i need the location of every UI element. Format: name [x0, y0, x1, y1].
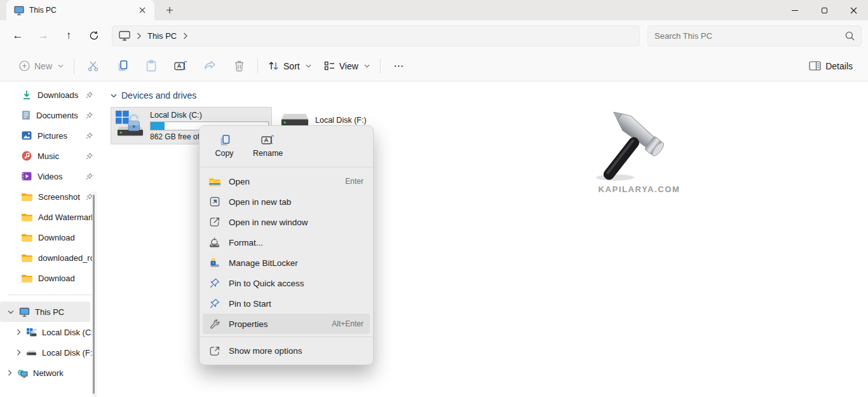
chevron-right-icon[interactable]: [17, 349, 21, 356]
sidebar-item-pictures[interactable]: Pictures: [0, 125, 102, 146]
menu-item-label: Open in new tab: [229, 197, 355, 207]
maximize-button[interactable]: [810, 0, 839, 20]
minimize-icon: [792, 10, 798, 11]
refresh-button[interactable]: [81, 24, 107, 47]
trash-icon: [234, 60, 245, 72]
context-copy-button[interactable]: Copy: [211, 132, 238, 160]
menu-item-open-in-new-window[interactable]: Open in new window: [203, 212, 370, 232]
cut-button[interactable]: [78, 55, 107, 78]
group-header-devices-and-drives[interactable]: Devices and drives: [111, 88, 868, 102]
open-new-tab-icon: [208, 197, 220, 207]
sidebar-item-downloads[interactable]: Downloads: [0, 85, 102, 105]
pin-icon: [86, 153, 93, 160]
forward-button[interactable]: →: [31, 24, 56, 47]
open-new-window-icon: [208, 217, 220, 227]
toolbar-separator: [257, 59, 258, 74]
address-bar[interactable]: This PC: [112, 25, 640, 46]
menu-item-label: Manage BitLocker: [229, 258, 355, 268]
sidebar-item-add-watermark[interactable]: Add Watermark: [0, 207, 102, 227]
sidebar-item-label: Documents: [36, 111, 80, 120]
search-input[interactable]: [654, 31, 845, 41]
see-more-button[interactable]: ⋯: [384, 55, 414, 78]
sidebar-item-local-disk-c[interactable]: Local Disk (C:): [0, 322, 102, 342]
rename-button[interactable]: [166, 55, 195, 78]
sidebar-item-label: Downloads: [37, 90, 80, 100]
close-button[interactable]: [839, 0, 868, 20]
menu-item-open-in-new-tab[interactable]: Open in new tab: [203, 192, 370, 212]
menu-item-shortcut: Alt+Enter: [332, 319, 363, 328]
sidebar-item-label: Add Watermark: [38, 212, 93, 222]
pin-icon: [208, 298, 220, 309]
menu-item-format[interactable]: Format...: [203, 232, 370, 253]
paste-button[interactable]: [137, 55, 166, 78]
context-rename-button[interactable]: Rename: [249, 132, 287, 160]
show-more-options-icon: [208, 346, 220, 356]
close-icon: [850, 7, 857, 14]
menu-item-manage-bitlocker[interactable]: Manage BitLocker: [203, 253, 370, 273]
back-button[interactable]: ←: [5, 24, 31, 47]
this-pc-monitor-icon: [19, 307, 30, 317]
context-menu: Copy Rename Open Enter Open in new tab O…: [199, 125, 374, 365]
sidebar-item-local-disk-f[interactable]: Local Disk (F:): [0, 342, 102, 363]
wrench-icon: [208, 319, 220, 329]
sidebar-item-downloaded-ro[interactable]: downloaded_ro: [0, 247, 102, 268]
sidebar-item-videos[interactable]: Videos: [0, 166, 102, 186]
view-button[interactable]: View: [318, 57, 376, 76]
chevron-down-icon[interactable]: [111, 94, 117, 98]
pin-icon: [86, 92, 93, 99]
tab-close-icon[interactable]: [135, 3, 149, 17]
menu-item-pin-to-start[interactable]: Pin to Start: [203, 293, 370, 314]
folder-icon: [22, 233, 32, 242]
sidebar-item-documents[interactable]: Documents: [0, 105, 102, 125]
sidebar-item-download[interactable]: Download: [0, 227, 102, 247]
new-tab-button[interactable]: [163, 3, 177, 17]
menu-item-open[interactable]: Open Enter: [203, 171, 370, 192]
pictures-icon: [22, 131, 32, 140]
sidebar-item-screenshots[interactable]: Screenshots: [0, 186, 102, 207]
rename-icon: [174, 60, 187, 72]
menu-item-pin-to-quick-access[interactable]: Pin to Quick access: [203, 273, 370, 293]
refresh-icon: [89, 31, 99, 41]
search-box[interactable]: [648, 25, 862, 46]
details-pane-icon: [809, 61, 821, 71]
sidebar-item-label: Download: [38, 274, 93, 283]
watermark-text: KAPILARYA.COM: [582, 185, 696, 194]
breadcrumb[interactable]: This PC: [147, 31, 177, 41]
documents-icon: [22, 110, 31, 120]
folder-open-icon: [208, 177, 220, 186]
delete-button[interactable]: [224, 55, 254, 78]
rename-icon: [261, 134, 275, 146]
drive-name: Local Disk (C:): [150, 111, 269, 120]
sidebar-scrollbar-thumb[interactable]: [93, 195, 95, 394]
sidebar-item-network[interactable]: Network: [0, 363, 102, 383]
clipboard-icon: [146, 60, 157, 72]
tab-this-pc[interactable]: This PC: [6, 0, 154, 20]
chevron-right-icon[interactable]: [8, 370, 12, 376]
sidebar-item-download-2[interactable]: Download: [0, 268, 102, 288]
share-button[interactable]: [195, 55, 224, 78]
menu-item-properties[interactable]: Properties Alt+Enter: [203, 314, 370, 334]
pin-icon: [86, 112, 93, 119]
scissors-icon: [87, 60, 99, 72]
chevron-right-icon[interactable]: [17, 329, 21, 335]
sidebar-item-this-pc[interactable]: This PC: [0, 302, 90, 322]
pin-icon: [86, 132, 93, 139]
view-button-label: View: [339, 61, 358, 71]
chevron-down-icon[interactable]: [8, 310, 14, 314]
format-drive-icon: [208, 237, 220, 247]
sort-button[interactable]: Sort: [262, 56, 318, 76]
search-icon[interactable]: [845, 31, 855, 41]
up-button[interactable]: ↑: [56, 24, 81, 47]
new-button[interactable]: New: [13, 56, 70, 76]
menu-item-label: Format...: [229, 238, 355, 247]
chevron-right-icon[interactable]: [183, 32, 187, 39]
copy-button[interactable]: [107, 55, 137, 78]
drive-c-bitlocker-icon: [115, 110, 144, 141]
minimize-button[interactable]: [780, 0, 810, 20]
computer-icon: [119, 31, 130, 41]
details-button[interactable]: Details: [803, 57, 859, 76]
copy-icon: [219, 134, 231, 146]
sidebar-item-music[interactable]: Music: [0, 146, 102, 166]
menu-item-show-more-options[interactable]: Show more options: [203, 340, 370, 361]
chevron-right-icon: [137, 32, 141, 39]
